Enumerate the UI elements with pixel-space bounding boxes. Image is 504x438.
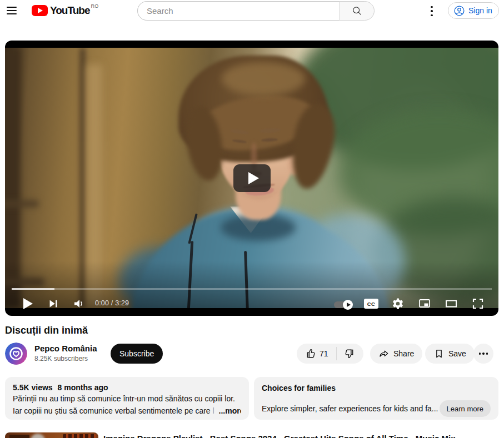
search-button[interactable]	[340, 1, 375, 21]
volume-icon[interactable]	[71, 296, 87, 311]
share-label: Share	[393, 349, 414, 358]
view-count: 5.5K views	[13, 383, 53, 392]
video-player[interactable]: 0:00 / 3:29 CC	[5, 41, 498, 316]
description-box[interactable]: 5.5K views 8 months ago Părinții nu au t…	[5, 377, 249, 420]
youtube-watch-page: YouTube RO Sign in	[0, 0, 504, 438]
video-title: Discuții din inimă	[5, 325, 494, 336]
top-header: YouTube RO Sign in	[0, 0, 504, 31]
learn-more-button[interactable]: Learn more	[440, 400, 491, 417]
more-actions-button[interactable]	[473, 344, 493, 364]
description-line-2: Iar copiii nu știu să comunice verbal se…	[13, 406, 241, 416]
share-icon	[378, 348, 390, 359]
theater-icon[interactable]	[444, 297, 458, 310]
description-line-1: Părinții nu au timp să comunice într-un …	[13, 394, 241, 404]
subscriber-count: 8.25K subscribers	[34, 355, 88, 363]
next-icon[interactable]	[46, 296, 61, 311]
thumbnail-text-art	[63, 434, 96, 438]
show-more-button[interactable]: ...more	[219, 406, 241, 415]
like-dislike-bar: 71	[297, 344, 363, 364]
sign-in-button[interactable]: Sign in	[448, 2, 499, 19]
description-line-2-text: Iar copiii nu știu să comunice verbal se…	[13, 406, 211, 415]
up-next-row: Imagine Dragons Playlist - Best Songs 20…	[5, 432, 498, 438]
search-input[interactable]	[137, 1, 340, 21]
large-play-button[interactable]	[233, 164, 271, 192]
description-truncated-char: l	[213, 406, 214, 415]
like-count: 71	[320, 349, 328, 358]
header-kebab-menu-icon[interactable]	[428, 6, 435, 17]
save-button[interactable]: Save	[425, 344, 475, 364]
thumbnail-badge	[9, 435, 29, 438]
thumbs-down-icon	[345, 348, 356, 359]
settings-gear-icon[interactable]	[391, 297, 405, 310]
thumbnail-figure	[31, 434, 45, 438]
description-meta: 5.5K views 8 months ago	[13, 383, 241, 392]
up-next-title[interactable]: Imagine Dragons Playlist - Best Songs 20…	[103, 434, 492, 438]
up-next-thumbnail[interactable]	[5, 432, 98, 438]
sign-in-label: Sign in	[468, 6, 492, 15]
dislike-button[interactable]	[337, 344, 363, 364]
promo-title: Choices for families	[262, 384, 491, 392]
buffered-segment	[12, 288, 54, 290]
captions-icon[interactable]: CC	[364, 299, 378, 309]
families-promo-card: Choices for families Explore simpler, sa…	[254, 377, 498, 420]
promo-text: Explore simpler, safer experiences for k…	[262, 404, 438, 413]
progress-bar[interactable]	[12, 288, 492, 290]
cc-label: CC	[367, 301, 376, 307]
logo-text: YouTube	[50, 4, 89, 17]
youtube-play-icon	[32, 5, 48, 16]
search-icon	[351, 5, 363, 17]
youtube-logo[interactable]: YouTube RO	[32, 4, 99, 17]
thumbs-up-icon	[305, 348, 316, 359]
save-label: Save	[448, 349, 466, 358]
logo-country-code: RO	[91, 3, 98, 9]
person-icon	[453, 5, 465, 17]
bookmark-icon	[433, 348, 445, 359]
search-bar	[137, 1, 375, 21]
channel-row: Pepco România 8.25K subscribers Subscrib…	[5, 343, 498, 365]
time-display: 0:00 / 3:29	[95, 299, 129, 307]
miniplayer-icon[interactable]	[417, 297, 432, 310]
channel-avatar[interactable]	[5, 343, 27, 365]
player-controls: 0:00 / 3:29 CC	[5, 294, 498, 314]
autoplay-knob-icon	[343, 300, 353, 310]
subscribe-button[interactable]: Subscribe	[111, 344, 163, 364]
fullscreen-icon[interactable]	[471, 297, 485, 310]
autoplay-toggle[interactable]	[334, 299, 352, 308]
play-button[interactable]	[22, 296, 34, 311]
upload-age: 8 months ago	[58, 383, 108, 392]
ellipsis-icon	[479, 353, 488, 355]
menu-icon[interactable]	[7, 6, 17, 15]
channel-name[interactable]: Pepco România	[34, 344, 97, 353]
like-button[interactable]: 71	[297, 344, 336, 364]
share-button[interactable]: Share	[370, 344, 422, 364]
